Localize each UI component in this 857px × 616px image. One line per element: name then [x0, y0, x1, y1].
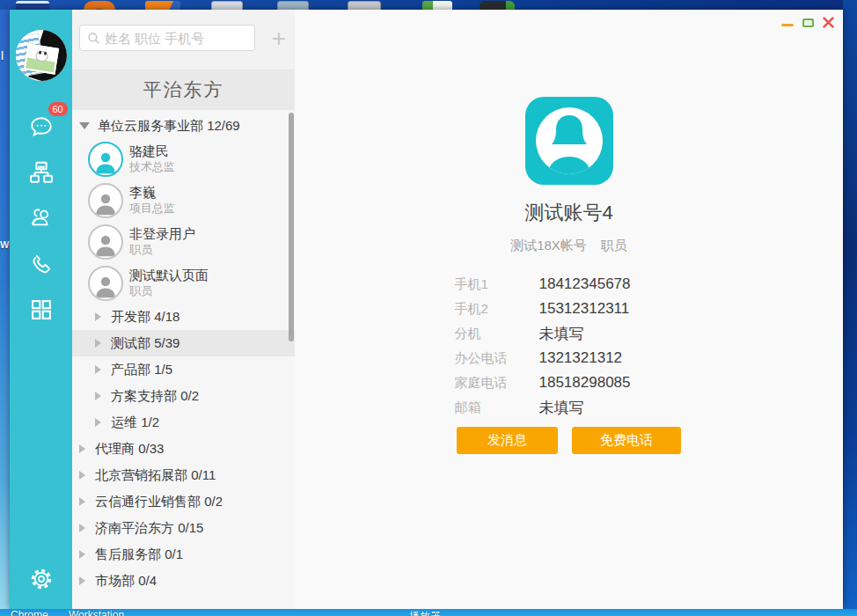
expand-triangle-icon[interactable] [79, 524, 85, 532]
sidebar-item-apps[interactable] [22, 287, 61, 333]
field-label: 手机2 [455, 301, 539, 318]
contacts-icon [28, 205, 55, 231]
field-label: 邮箱 [455, 400, 539, 416]
maximize-button[interactable] [802, 18, 814, 27]
contact-avatar-icon [88, 224, 123, 260]
sidebar-item-contacts[interactable] [22, 195, 61, 241]
department-row[interactable]: 北京营销拓展部 0/11 [72, 462, 295, 488]
expand-triangle-icon[interactable] [79, 497, 85, 506]
search-box[interactable] [79, 25, 255, 51]
department-row[interactable]: 济南平治东方 0/15 [72, 515, 295, 541]
contact-avatar-icon [88, 266, 123, 301]
department-row[interactable]: 市场部 0/4 [72, 568, 295, 594]
contact-avatar-icon [88, 142, 123, 177]
department-label: 测试部 5/39 [111, 335, 179, 352]
contact-meta: 非登录用户职员 [129, 226, 195, 257]
sidebar-nav: 60 [22, 104, 61, 333]
department-row[interactable]: 代理商 0/33 [72, 436, 295, 462]
window-controls [781, 17, 834, 28]
department-row[interactable]: 方案支持部 0/2 [72, 383, 295, 409]
maximize-icon [802, 18, 814, 27]
minimize-button[interactable] [781, 19, 794, 26]
close-button[interactable] [823, 17, 834, 28]
expand-triangle-icon[interactable] [79, 550, 85, 559]
sidebar-item-messages[interactable]: 60 [22, 104, 61, 150]
department-label: 云信通行业销售部 0/2 [95, 494, 223, 510]
department-row[interactable]: 产品部 1/5 [72, 356, 295, 383]
app-window: 60 [10, 10, 843, 609]
contact-row[interactable]: 非登录用户职员 [72, 221, 295, 262]
unread-count-badge: 60 [48, 102, 68, 116]
search-icon [87, 32, 100, 45]
expand-triangle-icon[interactable] [79, 444, 85, 453]
field-label: 办公电话 [455, 350, 539, 367]
department-label: 产品部 1/5 [111, 362, 172, 378]
free-call-button[interactable]: 免费电话 [572, 427, 681, 454]
desktop-icon-label-fragment: | [1, 49, 4, 60]
department-row[interactable]: 云信通行业销售部 0/2 [72, 488, 295, 515]
search-zone: + [72, 10, 295, 70]
add-contact-button[interactable]: + [272, 29, 286, 48]
contact-row[interactable]: 骆建民技术总监 [72, 138, 295, 180]
profile-name: 测试账号4 [524, 200, 612, 226]
field-row: 办公电话1321321312 [455, 346, 684, 370]
contact-row[interactable]: 李巍项目总监 [72, 180, 295, 221]
user-avatar[interactable] [16, 30, 67, 81]
sidebar: 60 [10, 10, 72, 609]
desktop-right-strip [843, 0, 857, 616]
phone-icon [29, 252, 54, 276]
expand-triangle-icon[interactable] [95, 392, 101, 400]
contact-avatar-icon [88, 183, 123, 218]
org-chart-icon [28, 159, 55, 186]
field-label: 分机 [455, 326, 539, 342]
company-header: 平治东方 [72, 70, 295, 110]
department-row[interactable]: 测试部 5/39 [72, 330, 295, 356]
contact-name: 骆建民 [129, 143, 175, 159]
profile-panel: 测试账号4 测试18X帐号 职员 手机118412345678手机2153123… [295, 10, 843, 609]
close-icon [823, 17, 834, 28]
expand-triangle-icon[interactable] [79, 471, 85, 480]
department-label: 代理商 0/33 [95, 441, 164, 458]
taskbar-label: Chrome [11, 609, 48, 616]
expand-triangle-icon[interactable] [95, 312, 101, 321]
department-row[interactable]: 售后服务部 0/1 [72, 541, 295, 568]
desktop-icon-fragment [480, 1, 515, 10]
department-label: 北京营销拓展部 0/11 [95, 467, 216, 484]
send-message-button[interactable]: 发消息 [457, 427, 558, 454]
grid-icon [29, 297, 54, 322]
expand-triangle-icon[interactable] [95, 339, 101, 348]
field-value: 1321321312 [539, 349, 623, 367]
search-input[interactable] [105, 31, 245, 46]
field-value: 15312312311 [539, 300, 630, 318]
scrollbar-thumb[interactable] [289, 113, 294, 341]
contact-title: 项目总监 [129, 202, 175, 216]
sidebar-item-phone[interactable] [22, 241, 61, 287]
gear-icon [29, 567, 54, 591]
department-row[interactable]: 运维 1/2 [72, 409, 295, 436]
contact-row[interactable]: 测试默认页面职员 [72, 262, 295, 304]
field-value: 18518298085 [539, 374, 631, 392]
company-name: 平治东方 [143, 77, 224, 102]
field-value: 未填写 [539, 324, 584, 344]
department-label: 单位云服务事业部 12/69 [98, 118, 240, 135]
settings-button[interactable] [29, 567, 54, 595]
department-label: 济南平治东方 0/15 [95, 520, 203, 537]
contact-title: 技术总监 [129, 160, 175, 174]
department-row[interactable]: 开发部 4/18 [72, 304, 295, 330]
collapse-triangle-icon[interactable] [79, 122, 90, 129]
field-label: 手机1 [455, 276, 539, 293]
expand-triangle-icon[interactable] [79, 576, 85, 585]
sidebar-item-org-chart[interactable] [22, 150, 61, 195]
department-label: 开发部 4/18 [111, 309, 179, 326]
profile-avatar [525, 97, 613, 185]
field-row: 手机118412345678 [455, 272, 684, 297]
field-label: 家庭电话 [455, 375, 539, 392]
expand-triangle-icon[interactable] [95, 418, 101, 427]
expand-triangle-icon[interactable] [95, 365, 101, 374]
contact-name: 测试默认页面 [129, 268, 209, 283]
desktop-icon-label-fragment: W [0, 239, 9, 250]
department-row[interactable]: 单位云服务事业部 12/69 [72, 114, 295, 138]
contact-name: 李巍 [129, 185, 175, 201]
desktop-icon-fragment [145, 1, 180, 10]
taskbar-label: 播放器 [409, 609, 441, 616]
